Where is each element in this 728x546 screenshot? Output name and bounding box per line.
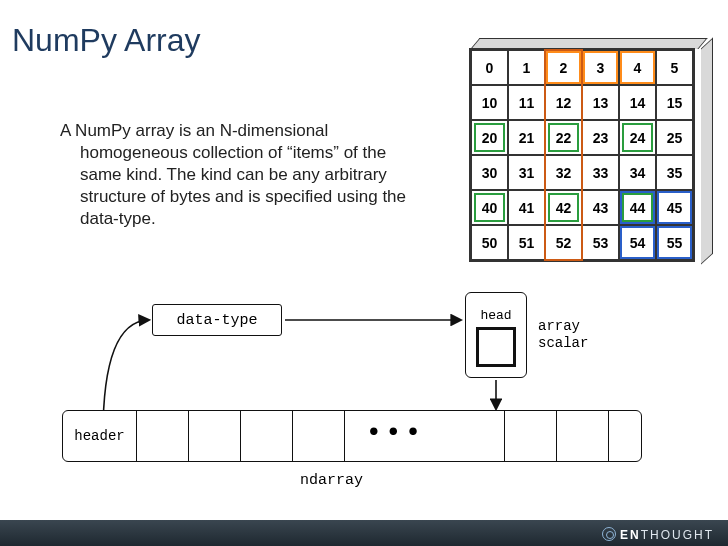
- ndarray-slot: [189, 411, 241, 461]
- ellipsis-icon: •••: [360, 418, 431, 448]
- head-label: head: [480, 308, 511, 323]
- grid-cell: 35: [656, 155, 693, 190]
- ndarray-slot: [241, 411, 293, 461]
- grid-cell: 3: [582, 50, 619, 85]
- grid-cell: 1: [508, 50, 545, 85]
- ndarray-header: header: [63, 411, 137, 461]
- grid-cell: 30: [471, 155, 508, 190]
- grid-cell: 43: [582, 190, 619, 225]
- grid-cell: 0: [471, 50, 508, 85]
- slide-description: A NumPy array is an N-dimensional homoge…: [36, 120, 416, 230]
- grid-cell: 5: [656, 50, 693, 85]
- grid-cell: 25: [656, 120, 693, 155]
- datatype-box: data-type: [152, 304, 282, 336]
- grid-cell: 2: [545, 50, 582, 85]
- grid-cell: 23: [582, 120, 619, 155]
- ndarray-slot: [137, 411, 189, 461]
- datatype-label: data-type: [176, 312, 257, 329]
- grid-cell: 22: [545, 120, 582, 155]
- grid-cell: 41: [508, 190, 545, 225]
- grid-cell: 11: [508, 85, 545, 120]
- array-scalar-label: array scalar: [538, 318, 588, 352]
- head-box: head: [465, 292, 527, 378]
- grid-cell: 24: [619, 120, 656, 155]
- grid-cell: 12: [545, 85, 582, 120]
- grid-cell: 55: [656, 225, 693, 260]
- logo-circle-icon: [602, 527, 616, 541]
- grid-cell: 10: [471, 85, 508, 120]
- grid-cell: 34: [619, 155, 656, 190]
- grid-cell: 4: [619, 50, 656, 85]
- grid-cell: 45: [656, 190, 693, 225]
- grid-cell: 40: [471, 190, 508, 225]
- ndarray-label: ndarray: [300, 472, 363, 489]
- ndarray-slot: [293, 411, 345, 461]
- grid-cell: 50: [471, 225, 508, 260]
- grid-cell: 32: [545, 155, 582, 190]
- ndarray-slot: [557, 411, 609, 461]
- ndarray-box: header: [62, 410, 642, 462]
- grid-cell: 51: [508, 225, 545, 260]
- footer-bar: ENTHOUGHT: [0, 520, 728, 546]
- ndarray-slot: [505, 411, 557, 461]
- grid-cell: 20: [471, 120, 508, 155]
- grid-cell: 44: [619, 190, 656, 225]
- grid-cell: 31: [508, 155, 545, 190]
- grid-cell: 42: [545, 190, 582, 225]
- grid-cell: 21: [508, 120, 545, 155]
- grid-cell: 15: [656, 85, 693, 120]
- ndarray-diagram: data-type head array scalar header ••• n…: [30, 300, 700, 500]
- grid-cell: 33: [582, 155, 619, 190]
- ndarray-slot: [609, 411, 661, 461]
- head-square-icon: [476, 327, 516, 367]
- grid-cell: 54: [619, 225, 656, 260]
- array-grid-3d: 0123451011121314152021222324253031323334…: [469, 48, 706, 262]
- grid-cell: 13: [582, 85, 619, 120]
- grid-cell: 14: [619, 85, 656, 120]
- enthought-logo: ENTHOUGHT: [602, 527, 714, 542]
- array-grid: 0123451011121314152021222324253031323334…: [469, 48, 695, 262]
- grid-cell: 52: [545, 225, 582, 260]
- grid-cell: 53: [582, 225, 619, 260]
